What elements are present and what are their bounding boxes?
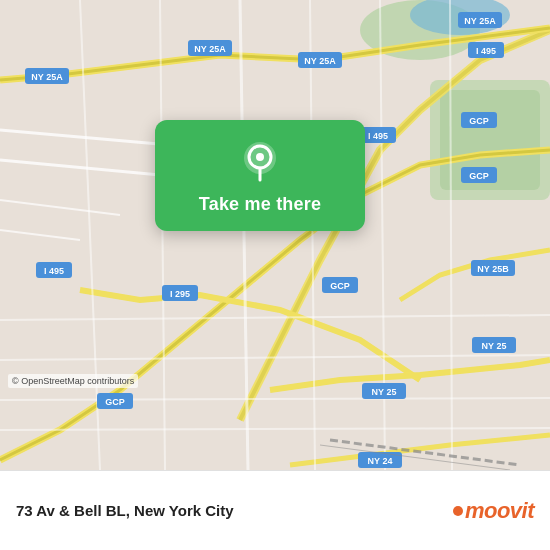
svg-text:I 495: I 495 <box>476 46 496 56</box>
svg-point-55 <box>256 153 264 161</box>
svg-text:NY 25B: NY 25B <box>477 264 509 274</box>
svg-text:NY 25: NY 25 <box>372 387 397 397</box>
location-pin-icon <box>238 140 282 184</box>
moovit-logo: moovit <box>453 498 534 524</box>
svg-text:GCP: GCP <box>105 397 125 407</box>
svg-text:I 495: I 495 <box>368 131 388 141</box>
svg-text:I 495: I 495 <box>44 266 64 276</box>
svg-text:GCP: GCP <box>330 281 350 291</box>
svg-text:I 295: I 295 <box>170 289 190 299</box>
svg-text:NY 25A: NY 25A <box>464 16 496 26</box>
map-background: NY 25A NY 25A NY 25A NY 25A I 495 I 495 … <box>0 0 550 470</box>
svg-text:NY 25: NY 25 <box>482 341 507 351</box>
place-name: 73 Av & Bell BL, New York City <box>16 502 234 519</box>
svg-text:NY 24: NY 24 <box>368 456 393 466</box>
moovit-brand-name: moovit <box>465 498 534 524</box>
bottom-bar: 73 Av & Bell BL, New York City moovit <box>0 470 550 550</box>
svg-text:NY 25A: NY 25A <box>31 72 63 82</box>
svg-text:NY 25A: NY 25A <box>194 44 226 54</box>
svg-text:GCP: GCP <box>469 171 489 181</box>
location-card: Take me there <box>155 120 365 231</box>
map-container: NY 25A NY 25A NY 25A NY 25A I 495 I 495 … <box>0 0 550 470</box>
moovit-dot <box>453 506 463 516</box>
map-attribution: © OpenStreetMap contributors <box>8 374 138 388</box>
take-me-there-button[interactable]: Take me there <box>199 194 321 215</box>
svg-text:NY 25A: NY 25A <box>304 56 336 66</box>
svg-text:GCP: GCP <box>469 116 489 126</box>
